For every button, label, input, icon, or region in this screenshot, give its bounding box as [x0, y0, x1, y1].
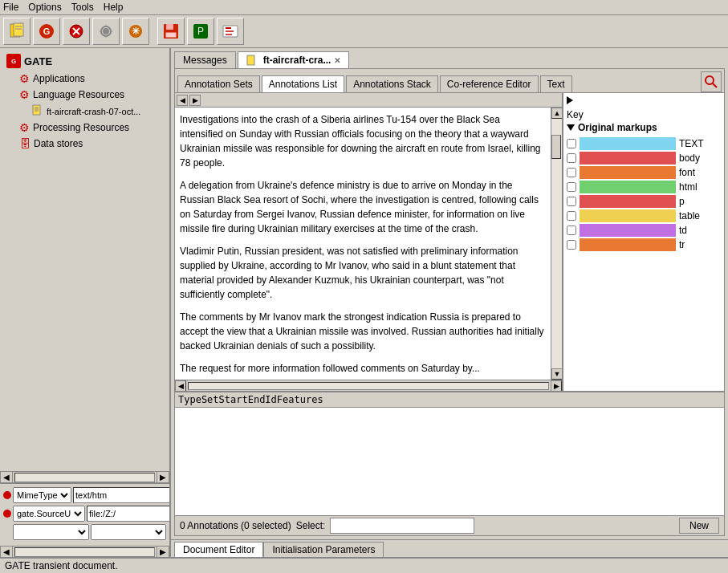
text-nav-toolbar: ◀ ▶: [175, 93, 562, 108]
menu-help[interactable]: Help: [104, 2, 124, 13]
search-button[interactable]: [701, 71, 722, 92]
tab-init-params[interactable]: Initialisation Parameters: [263, 542, 384, 557]
gate-label: GATE: [24, 55, 52, 67]
document-label: ft-aircraft-crash-07-oct...: [47, 107, 140, 116]
hscroll-right[interactable]: ▶: [551, 380, 562, 392]
new-annotation-button[interactable]: New: [679, 518, 719, 534]
expand-arrow-icon[interactable]: [567, 96, 573, 104]
tab-coreference-editor[interactable]: Co-reference Editor: [440, 75, 539, 92]
color-item-p: p: [567, 195, 721, 208]
vscroll-up[interactable]: ▲: [551, 108, 562, 119]
tab-text[interactable]: Text: [540, 75, 572, 92]
text-vscroll[interactable]: ▲ ▼: [551, 108, 562, 380]
hscroll-left[interactable]: ◀: [175, 380, 186, 392]
content-area: Messages ft-aircraft-cra... ✕ Annotation…: [171, 48, 728, 557]
sourceurl-value-input[interactable]: [87, 506, 171, 522]
color-checkbox-html[interactable]: [567, 182, 576, 192]
vscroll-track[interactable]: [551, 119, 562, 368]
ds-icon: 🗄: [19, 137, 31, 150]
color-checkbox-TEXT[interactable]: [567, 139, 576, 148]
svg-rect-22: [33, 105, 40, 115]
toolbar-open[interactable]: G: [33, 18, 60, 45]
tab-document-editor[interactable]: Document Editor: [174, 542, 263, 557]
sourceurl-key-select[interactable]: gate.SourceURL: [13, 506, 85, 522]
scroll-prev-btn[interactable]: ◀: [0, 546, 13, 558]
doc-icon: [32, 104, 43, 118]
svg-rect-26: [247, 55, 254, 65]
mimetype-indicator: [3, 491, 11, 499]
sidebar-bottom-scroll[interactable]: ◀ ▶: [0, 546, 169, 557]
color-checkbox-td[interactable]: [567, 226, 576, 235]
annotation-select-input[interactable]: [330, 518, 474, 534]
sidebar-item-document[interactable]: ft-aircraft-crash-07-oct...: [3, 103, 166, 120]
vscroll-thumb[interactable]: [551, 135, 561, 159]
text-tab-label: Text: [547, 79, 565, 90]
sidebar-item-applications[interactable]: ⚙ Applications: [3, 71, 166, 87]
sidebar-item-data-stores[interactable]: 🗄 Data stores: [3, 136, 166, 152]
text-hscroll[interactable]: ◀ ▶: [175, 380, 562, 391]
bottom-tabs: Document Editor Initialisation Parameter…: [171, 539, 728, 557]
toolbar-plugin[interactable]: ✳: [122, 18, 149, 45]
color-label-body: body: [679, 152, 703, 164]
color-checkbox-tr[interactable]: [567, 240, 576, 250]
text-paragraph-2: A delegation from Ukraine's defence mini…: [180, 178, 546, 236]
scroll-next-btn[interactable]: ▶: [157, 546, 169, 558]
color-item-tr: tr: [567, 238, 721, 251]
toolbar-route[interactable]: P: [187, 18, 214, 45]
tab-annotations-list[interactable]: Annotations List: [262, 75, 344, 92]
applications-label: Applications: [33, 73, 85, 84]
split-pane: ◀ ▶ Investigations into the crash of a S…: [175, 93, 724, 391]
toolbar-new-corpus[interactable]: [3, 18, 31, 45]
sidebar-item-gate[interactable]: G GATE: [3, 51, 166, 71]
color-checkbox-body[interactable]: [567, 153, 576, 163]
color-checkbox-font[interactable]: [567, 168, 576, 177]
mimetype-value-input[interactable]: [73, 487, 171, 503]
svg-text:G: G: [43, 26, 51, 36]
tab-document[interactable]: ft-aircraft-cra... ✕: [238, 51, 350, 68]
collapse-arrow-icon[interactable]: [567, 124, 575, 131]
tab-annotations-stack[interactable]: Annotations Stack: [346, 75, 438, 92]
menu-bar: File Options Tools Help: [0, 0, 728, 15]
tab-bar: Messages ft-aircraft-cra... ✕: [171, 48, 728, 68]
svg-text:✳: ✳: [132, 26, 140, 37]
applications-icon: ⚙: [19, 72, 30, 85]
menu-tools[interactable]: Tools: [71, 2, 94, 13]
svg-point-27: [706, 76, 714, 84]
toolbar-close[interactable]: [63, 18, 90, 45]
toolbar-save[interactable]: [157, 18, 185, 45]
text-nav-left[interactable]: ◀: [177, 95, 188, 106]
text-nav-right[interactable]: ▶: [189, 95, 201, 106]
empty-row: [3, 524, 166, 540]
color-checkbox-table[interactable]: [567, 211, 576, 221]
empty-value-select[interactable]: [91, 524, 167, 540]
menu-options[interactable]: Options: [28, 2, 61, 13]
document-text[interactable]: Investigations into the crash of a Siber…: [175, 108, 551, 380]
status-text: GATE transient document.: [5, 560, 118, 571]
color-label-TEXT: TEXT: [679, 138, 703, 149]
annotation-count: 0 Annotations (0 selected): [180, 520, 291, 531]
mimetype-key-select[interactable]: MimeType: [13, 487, 71, 503]
color-label-p: p: [679, 196, 703, 207]
empty-key-select[interactable]: [13, 524, 89, 540]
menu-file[interactable]: File: [3, 2, 18, 13]
sidebar-hscroll[interactable]: ◀ ▶: [0, 471, 169, 482]
annotation-body[interactable]: [175, 408, 724, 515]
svg-rect-1: [14, 23, 23, 36]
panel-header: [567, 96, 721, 104]
tab-annotation-sets[interactable]: Annotation Sets: [177, 75, 260, 92]
svg-line-28: [713, 83, 717, 87]
sidebar-item-language-resources[interactable]: ⚙ Language Resources: [3, 87, 166, 103]
sidebar-item-processing-resources[interactable]: ⚙ Processing Resources: [3, 120, 166, 136]
annotation-status-left: 0 Annotations (0 selected) Select:: [180, 518, 474, 534]
tab-messages[interactable]: Messages: [174, 51, 236, 68]
toolbar-settings[interactable]: [92, 18, 120, 45]
annotations-list-label: Annotations List: [269, 79, 337, 90]
toolbar-clear[interactable]: [217, 18, 244, 45]
content-pane: Annotation Sets Annotations List Annotat…: [174, 68, 725, 536]
vscroll-down[interactable]: ▼: [551, 368, 562, 380]
doc-tab-icon: [246, 55, 258, 66]
color-checkbox-p[interactable]: [567, 197, 576, 206]
text-paragraph-1: Investigations into the crash of a Siber…: [180, 112, 546, 170]
tab-close-btn[interactable]: ✕: [334, 56, 340, 65]
color-label-html: html: [679, 181, 703, 193]
